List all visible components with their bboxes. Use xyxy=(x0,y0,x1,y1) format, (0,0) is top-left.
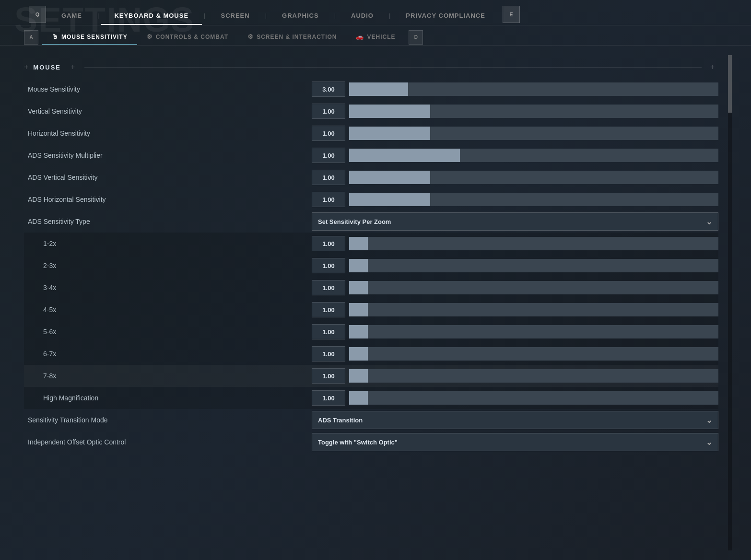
tab-audio[interactable]: Audio xyxy=(338,7,387,25)
slider-high-mag[interactable] xyxy=(349,391,718,405)
slider-fill-zoom-5-6x xyxy=(349,325,368,338)
dropdown-independent-offset[interactable]: Toggle with "Switch Optic" ⌄ xyxy=(312,433,718,451)
zoom-sub-rows: 1-2x 1.00 2-3x 1.00 xyxy=(24,233,718,409)
value-zoom-2-3x[interactable]: 1.00 xyxy=(312,258,345,273)
sub-nav-left-key[interactable]: A xyxy=(24,30,38,45)
setting-row-mouse-sensitivity: Mouse Sensitivity 3.00 xyxy=(24,78,718,100)
setting-row-zoom-4-5x: 4-5x 1.00 xyxy=(24,299,718,321)
value-ads-horizontal[interactable]: 1.00 xyxy=(312,192,345,207)
tab-screen[interactable]: Screen xyxy=(207,7,263,25)
value-zoom-3-4x[interactable]: 1.00 xyxy=(312,280,345,295)
setting-row-zoom-2-3x: 2-3x 1.00 xyxy=(24,255,718,277)
label-mouse-sensitivity: Mouse Sensitivity xyxy=(24,85,312,93)
nav-sep-2: | xyxy=(202,7,207,25)
tab-privacy[interactable]: Privacy Compliance xyxy=(392,7,499,25)
slider-fill-zoom-1-2x xyxy=(349,237,368,250)
slider-ads-vertical[interactable] xyxy=(349,171,718,184)
setting-row-ads-type: ADS Sensitivity Type Set Sensitivity Per… xyxy=(24,210,718,233)
controls-icon: ⚙ xyxy=(147,33,153,40)
sub-tab-vehicle[interactable]: 🚗 Vehicle xyxy=(346,29,405,45)
slider-fill-zoom-7-8x xyxy=(349,369,368,383)
value-zoom-7-8x[interactable]: 1.00 xyxy=(312,368,345,384)
value-mouse-sensitivity[interactable]: 3.00 xyxy=(312,82,345,97)
nav-left-key[interactable]: Q xyxy=(29,6,46,23)
nav-sep-1: | xyxy=(95,7,101,25)
slider-zoom-2-3x[interactable] xyxy=(349,259,718,272)
value-high-mag[interactable]: 1.00 xyxy=(312,390,345,406)
section-line xyxy=(84,67,701,68)
setting-row-horizontal-sensitivity: Horizontal Sensitivity 1.00 xyxy=(24,122,718,144)
label-horizontal-sensitivity: Horizontal Sensitivity xyxy=(24,129,312,137)
slider-fill-ads-multiplier xyxy=(349,149,460,162)
label-vertical-sensitivity: Vertical Sensitivity xyxy=(24,107,312,115)
scrollbar-thumb[interactable] xyxy=(728,55,732,113)
value-ads-multiplier[interactable]: 1.00 xyxy=(312,148,345,163)
slider-fill-ads-horizontal xyxy=(349,193,430,206)
mouse-section-title: Mouse xyxy=(33,64,61,71)
setting-row-sensitivity-transition: Sensitivity Transition Mode ADS Transiti… xyxy=(24,409,718,431)
label-zoom-1-2x: 1-2x xyxy=(24,240,312,247)
value-horizontal-sensitivity[interactable]: 1.00 xyxy=(312,126,345,141)
slider-horizontal-sensitivity[interactable] xyxy=(349,127,718,140)
slider-zoom-1-2x[interactable] xyxy=(349,237,718,250)
sub-nav-right-key[interactable]: D xyxy=(409,30,423,45)
setting-row-ads-multiplier: ADS Sensitivity Multiplier 1.00 xyxy=(24,144,718,166)
value-zoom-5-6x[interactable]: 1.00 xyxy=(312,324,345,339)
settings-panel: + Mouse + + Mouse Sensitivity 3.00 Verti… xyxy=(24,55,723,550)
slider-fill-zoom-6-7x xyxy=(349,347,368,361)
setting-row-ads-vertical: ADS Vertical Sensitivity 1.00 xyxy=(24,166,718,188)
value-zoom-6-7x[interactable]: 1.00 xyxy=(312,346,345,362)
setting-row-ads-horizontal: ADS Horizontal Sensitivity 1.00 xyxy=(24,188,718,210)
label-zoom-3-4x: 3-4x xyxy=(24,284,312,292)
tab-graphics[interactable]: Graphics xyxy=(269,7,332,25)
label-sensitivity-transition: Sensitivity Transition Mode xyxy=(24,416,312,424)
right-plus-icon: + xyxy=(70,63,75,71)
nav-right-key[interactable]: E xyxy=(503,6,520,23)
sub-tab-mouse-sensitivity[interactable]: 🖱 Mouse Sensitivity xyxy=(42,29,137,45)
sub-tab-controls-combat[interactable]: ⚙ Controls & Combat xyxy=(137,29,238,45)
slider-fill-vertical-sensitivity xyxy=(349,105,430,118)
label-ads-horizontal: ADS Horizontal Sensitivity xyxy=(24,196,312,203)
label-zoom-6-7x: 6-7x xyxy=(24,350,312,358)
top-nav: Q Game | Keyboard & Mouse | Screen | Gra… xyxy=(0,0,751,25)
setting-row-high-mag: High Magnification 1.00 xyxy=(24,387,718,409)
nav-sep-4: | xyxy=(332,7,338,25)
dropdown-ads-type[interactable]: Set Sensitivity Per Zoom ⌄ xyxy=(312,212,718,231)
label-ads-multiplier: ADS Sensitivity Multiplier xyxy=(24,152,312,159)
scrollbar-track[interactable] xyxy=(728,55,732,550)
setting-row-zoom-7-8x: 7-8x 1.00 xyxy=(24,365,718,387)
value-zoom-4-5x[interactable]: 1.00 xyxy=(312,302,345,317)
slider-fill-high-mag xyxy=(349,391,368,405)
slider-zoom-4-5x[interactable] xyxy=(349,303,718,316)
slider-mouse-sensitivity[interactable] xyxy=(349,82,718,96)
nav-tabs: Game | Keyboard & Mouse | Screen | Graph… xyxy=(48,7,499,25)
slider-zoom-3-4x[interactable] xyxy=(349,281,718,294)
tab-game[interactable]: Game xyxy=(48,7,95,25)
slider-zoom-7-8x[interactable] xyxy=(349,369,718,383)
sub-tab-screen-interaction[interactable]: ⚙ Screen & Interaction xyxy=(238,29,346,45)
tab-keyboard-mouse[interactable]: Keyboard & Mouse xyxy=(101,7,202,25)
setting-row-vertical-sensitivity: Vertical Sensitivity 1.00 xyxy=(24,100,718,122)
value-ads-vertical[interactable]: 1.00 xyxy=(312,170,345,185)
dropdown-sensitivity-transition[interactable]: ADS Transition ⌄ xyxy=(312,411,718,429)
setting-row-zoom-6-7x: 6-7x 1.00 xyxy=(24,343,718,365)
setting-row-zoom-3-4x: 3-4x 1.00 xyxy=(24,277,718,299)
setting-row-zoom-1-2x: 1-2x 1.00 xyxy=(24,233,718,255)
slider-zoom-6-7x[interactable] xyxy=(349,347,718,361)
slider-fill-horizontal-sensitivity xyxy=(349,127,430,140)
main-container: Q Game | Keyboard & Mouse | Screen | Gra… xyxy=(0,0,751,560)
slider-ads-horizontal[interactable] xyxy=(349,193,718,206)
setting-row-zoom-5-6x: 5-6x 1.00 xyxy=(24,321,718,343)
dropdown-sensitivity-transition-value: ADS Transition xyxy=(318,417,363,424)
dropdown-ads-type-value: Set Sensitivity Per Zoom xyxy=(318,218,391,225)
label-zoom-2-3x: 2-3x xyxy=(24,262,312,269)
slider-zoom-5-6x[interactable] xyxy=(349,325,718,338)
slider-vertical-sensitivity[interactable] xyxy=(349,105,718,118)
dropdown-independent-offset-value: Toggle with "Switch Optic" xyxy=(318,439,398,446)
value-zoom-1-2x[interactable]: 1.00 xyxy=(312,236,345,251)
label-zoom-4-5x: 4-5x xyxy=(24,306,312,314)
slider-fill-zoom-3-4x xyxy=(349,281,368,294)
content-area: + Mouse + + Mouse Sensitivity 3.00 Verti… xyxy=(0,46,751,560)
value-vertical-sensitivity[interactable]: 1.00 xyxy=(312,104,345,119)
slider-ads-multiplier[interactable] xyxy=(349,149,718,162)
